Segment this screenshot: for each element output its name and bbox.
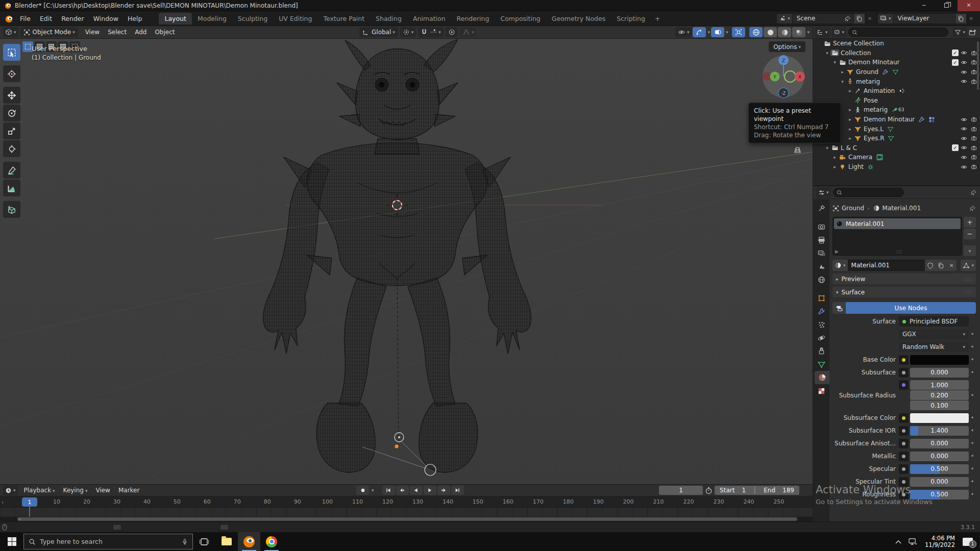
animate-decorator[interactable]: • xyxy=(969,343,976,350)
outliner-row[interactable]: ▾L & C✓ xyxy=(813,143,980,153)
disclosure-right-icon[interactable]: ▸ xyxy=(847,117,853,122)
value-field[interactable]: 0.000 xyxy=(910,439,969,448)
tab-scripting[interactable]: Scripting xyxy=(611,13,651,24)
restore-button[interactable] xyxy=(935,0,958,11)
overlays-dropdown[interactable]: ▾ xyxy=(726,30,728,35)
properties-tab-material[interactable] xyxy=(815,371,829,384)
exclude-checkbox[interactable]: ✓ xyxy=(952,59,959,66)
add-material-slot-button[interactable]: + xyxy=(964,217,976,228)
properties-tab-particles[interactable] xyxy=(813,318,829,331)
pin-icon[interactable] xyxy=(842,15,853,22)
show-gizmo-toggle[interactable] xyxy=(693,27,706,37)
keying-dropdown[interactable]: ▾ xyxy=(372,488,374,493)
timeline-editor-type-button[interactable]: ▾ xyxy=(3,485,18,495)
timeline-track-area[interactable] xyxy=(0,508,813,517)
properties-pin-icon[interactable] xyxy=(970,189,977,196)
node-socket-button[interactable] xyxy=(899,464,909,474)
animate-decorator[interactable]: • xyxy=(969,331,976,338)
outliner-item-label[interactable]: Eyes.L xyxy=(864,126,884,133)
viewlayer-name[interactable]: ViewLayer xyxy=(894,15,955,22)
use-nodes-button[interactable]: Use Nodes xyxy=(846,302,976,314)
shading-dropdown[interactable]: ▾ xyxy=(807,30,810,35)
node-socket-button[interactable] xyxy=(899,452,909,461)
outliner-row[interactable]: Scene Collection xyxy=(813,39,980,48)
outliner-scrollbar[interactable] xyxy=(977,41,979,90)
tab-shading[interactable]: Shading xyxy=(370,13,407,24)
color-swatch-field[interactable] xyxy=(910,355,969,365)
material-slot-item[interactable]: Material.001 xyxy=(834,218,961,229)
viewport-3d[interactable]: Options ▾ User Perspective (1) Collectio… xyxy=(0,39,813,484)
animate-decorator[interactable]: • xyxy=(969,369,976,376)
timeline-menu-playback[interactable]: Playback▾ xyxy=(20,487,59,494)
hide-eye-toggle[interactable] xyxy=(960,116,968,123)
fake-user-button[interactable] xyxy=(925,260,936,271)
disable-render-toggle[interactable] xyxy=(969,145,978,151)
shading-solid-button[interactable] xyxy=(764,27,777,37)
properties-tab-world[interactable] xyxy=(813,273,829,286)
menu-render[interactable]: Render xyxy=(57,13,89,24)
node-socket-button[interactable] xyxy=(899,413,909,423)
disclosure-right-icon[interactable]: ▸ xyxy=(847,136,853,141)
shading-wireframe-button[interactable] xyxy=(749,27,763,37)
gizmo-dropdown[interactable]: ▾ xyxy=(707,30,710,35)
new-material-button[interactable] xyxy=(936,260,946,271)
resize-grip[interactable] xyxy=(113,525,121,530)
play-reverse-button[interactable] xyxy=(410,486,423,495)
play-button[interactable] xyxy=(424,486,436,495)
outliner-filter-button[interactable]: ▾ xyxy=(952,27,967,37)
mode-dropdown[interactable]: Object Mode ▾ xyxy=(20,27,78,37)
tray-chevron-button[interactable] xyxy=(892,532,905,551)
tool-transform-button[interactable] xyxy=(3,140,20,157)
browse-material-button[interactable]: ▾ xyxy=(832,260,848,271)
visibility-dropdown[interactable]: ▾ xyxy=(675,27,692,37)
viewlayer-browse-button[interactable]: ▾ xyxy=(878,14,894,23)
disable-render-toggle[interactable] xyxy=(969,126,978,132)
outliner-item-label[interactable]: Demon MInotaur xyxy=(848,59,900,66)
hide-eye-toggle[interactable] xyxy=(960,49,968,56)
blender-taskbar-button[interactable] xyxy=(238,532,260,551)
properties-tab-constraints[interactable] xyxy=(813,344,829,358)
hide-eye-toggle[interactable] xyxy=(960,69,968,76)
subsurface-method-dropdown[interactable]: Random Walk▾ xyxy=(899,342,969,352)
node-socket-button[interactable] xyxy=(899,426,909,436)
node-socket-button[interactable] xyxy=(899,368,909,378)
vector-value-field[interactable]: 1.000 xyxy=(910,380,969,390)
taskbar-clock[interactable]: 4:06 PM 11/9/2022 xyxy=(921,535,959,548)
outliner-item-label[interactable]: Scene Collection xyxy=(833,40,884,47)
animate-decorator[interactable]: • xyxy=(969,440,976,447)
tab-texture-paint[interactable]: Texture Paint xyxy=(317,13,370,24)
properties-tab-render[interactable] xyxy=(813,220,829,233)
proportional-falloff-dropdown[interactable]: ▾ xyxy=(460,27,477,37)
outliner-item-label[interactable]: metarig xyxy=(864,106,888,113)
value-field[interactable]: 0.500 xyxy=(910,464,969,474)
disclosure-right-icon[interactable]: ▸ xyxy=(839,69,846,74)
vector-value-field[interactable]: 0.200 xyxy=(910,390,969,400)
viewport-canvas[interactable] xyxy=(0,39,813,484)
viewport-menu-view[interactable]: View xyxy=(81,29,104,36)
outliner-row[interactable]: ▸Camera xyxy=(813,153,980,162)
pin-icon[interactable] xyxy=(969,205,976,212)
tab-layout[interactable]: Layout xyxy=(159,13,192,24)
timeline-menu-marker[interactable]: Marker xyxy=(114,487,143,494)
disable-render-toggle[interactable] xyxy=(969,135,978,141)
material-specials-button[interactable]: ▾ xyxy=(964,245,976,256)
animate-decorator[interactable]: • xyxy=(969,414,976,421)
properties-tab-view-layer[interactable] xyxy=(813,246,829,260)
animate-decorator[interactable]: • xyxy=(969,453,976,460)
outliner-display-mode-button[interactable]: ▾ xyxy=(832,27,847,37)
tab-animation[interactable]: Animation xyxy=(407,13,451,24)
disable-render-toggle[interactable] xyxy=(969,164,978,170)
shading-rendered-button[interactable] xyxy=(792,27,805,37)
disclosure-right-icon[interactable]: ▸ xyxy=(847,107,853,112)
outliner-row[interactable]: ▾metarig xyxy=(813,77,980,86)
animate-decorator[interactable]: • xyxy=(969,392,976,399)
properties-editor-type-button[interactable]: ▾ xyxy=(816,187,831,197)
outliner-item-label[interactable]: Demon Minotaur xyxy=(864,116,915,123)
start-button[interactable] xyxy=(0,532,23,551)
outliner-item-label[interactable]: Eyes.R xyxy=(864,135,884,142)
properties-tab-texture[interactable] xyxy=(813,384,829,397)
disclosure-down-icon[interactable]: ▾ xyxy=(824,51,830,56)
outliner-row[interactable]: ▾Collection✓ xyxy=(813,48,980,58)
pivot-point-dropdown[interactable]: ▾ xyxy=(400,27,416,37)
navigation-gizmo[interactable]: Y X Z -Z xyxy=(761,54,806,99)
